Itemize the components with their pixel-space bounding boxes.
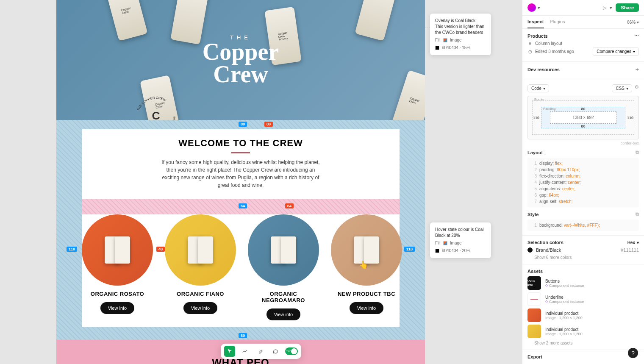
measure-tool-button[interactable] (239, 346, 250, 357)
bottom-toolbar: </> (221, 344, 301, 359)
layout-code-block[interactable]: 1display: flex; 2padding: 80px 110px; 3f… (527, 158, 639, 207)
inspector-panel: ▾ ▷ ▾ Share Inspect Plugins 86% ▾ Produc… (522, 0, 644, 364)
annotate-tool-button[interactable] (255, 346, 266, 357)
style-code-block[interactable]: 1background: var(--White, #FFF); (527, 220, 639, 231)
chevron-down-icon[interactable]: ▾ (538, 5, 540, 11)
product-name: ORGANIC ROSATO (82, 291, 153, 297)
pink-gap: 64 64 (82, 199, 400, 214)
box-model-border-label: Border (534, 97, 544, 101)
edited-label: Edited 3 months ago (535, 49, 574, 54)
product-image (165, 214, 236, 286)
asset-subtitle: Image · 1,200 × 1,200 (545, 316, 583, 320)
annotation-tooltip: Hover state colour is Coal Black at 20% … (430, 222, 491, 258)
spacing-badge: 64 (239, 203, 247, 208)
annotation-fill-value: Image (450, 240, 462, 246)
hero-can-image: CopperCrew (105, 0, 147, 41)
dev-mode-toggle[interactable]: </> (285, 347, 298, 355)
copy-icon[interactable]: ⧉ (636, 150, 639, 155)
color-row[interactable]: Brand/Black #111111 (527, 247, 639, 253)
annotation-tooltip: Overlay is Coal Black. This version is l… (430, 14, 491, 55)
padding-bottom-value: 80 (581, 124, 585, 128)
show-more-colors[interactable]: Show 6 more colors (534, 255, 639, 260)
hex-dropdown[interactable]: Hex ▾ (627, 240, 639, 245)
product-name: NEW PRODUCT TBC (331, 291, 402, 297)
export-title: Export (527, 354, 542, 359)
welcome-card: WELCOME TO THE CREW If you fancy some hi… (82, 129, 400, 199)
dev-resources-section: Dev resources + (522, 62, 644, 80)
settings-icon[interactable]: ⚙ (635, 84, 639, 92)
dev-resources-title: Dev resources (527, 67, 560, 72)
brand-stamp: THE COPPER CREW BROUGHT TO YOU BY CANNED… (133, 93, 179, 120)
box-model-dims: 1380 × 692 (550, 111, 616, 124)
spacing-badge: 64 (285, 203, 294, 208)
annotation-connector (425, 28, 430, 28)
product-card: ORGANIC FIANO View info (165, 214, 236, 320)
show-more-assets[interactable]: Show 2 more assets (534, 341, 639, 345)
annotation-color: #040404 · 15% (442, 45, 470, 51)
copy-icon[interactable]: ⧉ (636, 211, 639, 217)
asset-row[interactable]: Underline◇Component instance (527, 292, 639, 306)
comment-tool-button[interactable] (270, 346, 281, 357)
products-row: 110 48 110 ORGANIC ROSATO View info ORGA… (82, 214, 400, 327)
move-tool-button[interactable] (224, 346, 235, 357)
annotation-fill-label: Fill (435, 240, 441, 246)
asset-row[interactable]: Individual productImage · 1,200 × 1,200 (527, 325, 639, 338)
box-model-diagram: Border Padding 80 110 110 80 1380 × 692 (527, 96, 639, 139)
svg-text:C: C (152, 109, 160, 120)
image-swatch (443, 241, 447, 245)
color-value: #111111 (621, 247, 639, 253)
selection-section: Products ⋯ ≡Column layout ◷Edited 3 mont… (522, 29, 644, 62)
asset-title: Underline (545, 295, 584, 300)
view-info-button[interactable]: View info (266, 308, 300, 320)
plus-icon[interactable]: + (636, 66, 639, 73)
box-model-padding-label: Padding (543, 107, 555, 111)
box-sizing-label: border-box (527, 141, 639, 145)
compare-changes-button[interactable]: Compare changes ▾ (593, 47, 639, 56)
spacing-badge: 80 (264, 122, 273, 127)
asset-thumbnail (527, 325, 541, 338)
zoom-level[interactable]: 86% ▾ (627, 20, 639, 25)
selection-colors-title: Selection colors (527, 240, 564, 245)
code-dropdown[interactable]: Code ▾ (527, 84, 549, 92)
asset-title: Individual product (545, 327, 583, 332)
annotation-text: This version is lighter than the CWCo br… (435, 24, 486, 36)
product-image (331, 214, 402, 286)
tab-plugins[interactable]: Plugins (550, 16, 565, 28)
chevron-down-icon[interactable]: ▾ (610, 5, 612, 11)
tab-inspect[interactable]: Inspect (527, 16, 544, 28)
asset-row[interactable]: View info Buttons◇Component instance (527, 276, 639, 290)
view-info-button[interactable]: View info (350, 302, 383, 314)
assets-title: Assets (527, 269, 543, 274)
canvas-area[interactable]: CopperCrew CopperCrewROSATO CopperCrew C… (0, 0, 522, 364)
asset-row[interactable]: Individual productImage · 1,200 × 1,200 (527, 308, 639, 322)
user-avatar[interactable] (527, 3, 536, 12)
play-icon[interactable]: ▷ (603, 5, 606, 11)
view-info-button[interactable]: View info (183, 302, 217, 314)
layout-icon: ≡ (527, 41, 533, 46)
clock-icon: ◷ (527, 49, 533, 54)
spacing-badge: 48 (156, 247, 165, 252)
product-card: ORGANIC ROSATO View info (82, 214, 153, 320)
asset-thumbnail: View info (527, 276, 541, 290)
view-info-button[interactable]: View info (100, 302, 134, 314)
hero-title-line1: Copper (203, 41, 279, 63)
lang-dropdown[interactable]: CSS ▾ (612, 84, 632, 92)
share-button[interactable]: Share (616, 3, 639, 12)
asset-subtitle: Component instance (549, 300, 584, 304)
assets-section: Assets View info Buttons◇Component insta… (522, 264, 644, 350)
help-button[interactable]: ? (628, 348, 638, 358)
product-image (82, 214, 153, 286)
design-frame: CopperCrew CopperCrewROSATO CopperCrew C… (56, 0, 425, 364)
layout-type-label: Column layout (535, 41, 562, 46)
hero-title: THE Copper Crew (203, 34, 279, 86)
padding-left-value: 110 (533, 116, 539, 120)
spacing-badge: 80 (239, 333, 247, 338)
component-icon: ◇ (545, 283, 548, 287)
asset-title: Individual product (545, 311, 583, 316)
code-section: Code ▾ CSS ▾ ⚙ Border Padding 80 110 110… (522, 80, 644, 236)
welcome-title: WELCOME TO THE CREW (94, 138, 387, 149)
more-icon[interactable]: ⋯ (634, 33, 639, 39)
annotation-fill-value: Image (450, 37, 462, 43)
hero-can-image: CopperCrew (392, 70, 425, 120)
asset-thumbnail (527, 292, 541, 306)
